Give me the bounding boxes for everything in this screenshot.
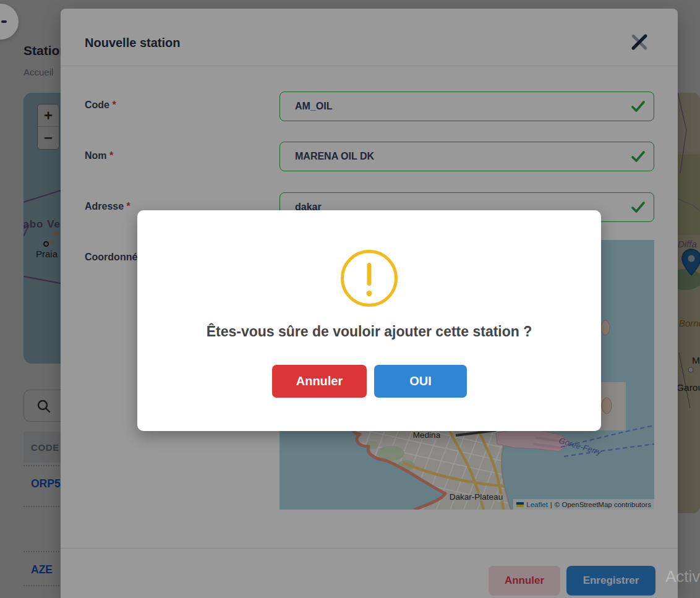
warning-exclamation-dot xyxy=(367,291,372,296)
warning-exclamation-bar xyxy=(367,263,372,286)
confirm-cancel-button[interactable]: Annuler xyxy=(272,365,367,398)
screen: Station Accueil + − Cabo Verde Praia xyxy=(0,0,700,598)
warning-icon xyxy=(341,250,398,307)
windows-watermark: Activer Windows xyxy=(665,567,700,586)
confirm-message: Êtes-vous sûre de vouloir ajouter cette … xyxy=(137,323,601,340)
confirm-ok-button[interactable]: OUI xyxy=(374,365,467,398)
confirm-dialog: Êtes-vous sûre de vouloir ajouter cette … xyxy=(137,210,601,431)
